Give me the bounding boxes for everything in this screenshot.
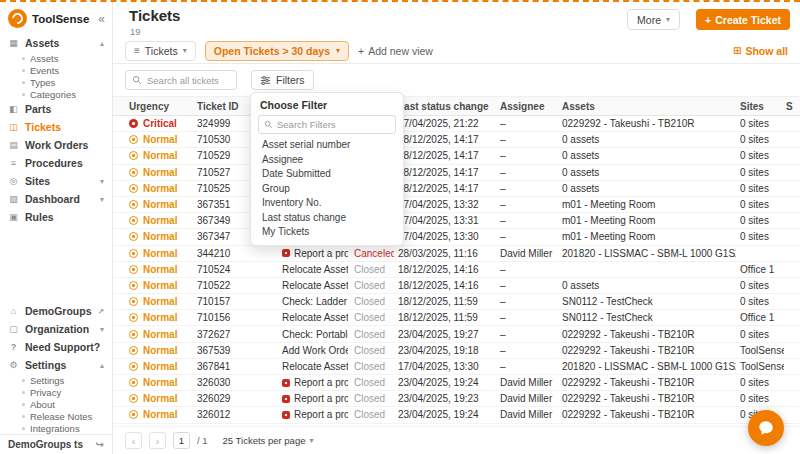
sidebar-subitem-events[interactable]: Events — [0, 64, 112, 76]
table-row[interactable]: Normal36734717/04/2025, 13:30–m01 - Meet… — [113, 229, 800, 245]
sidebar-item-sites[interactable]: ◎Sites▾ — [0, 172, 112, 190]
tickets-view-tab[interactable]: ≡ Tickets ▾ — [125, 41, 196, 61]
last-status-change: 23/04/2025, 19:24 — [394, 375, 490, 390]
sidebar-item-organization[interactable]: ▢Organization▾ — [0, 320, 112, 338]
show-all-button[interactable]: ⊞ Show all — [733, 45, 788, 57]
subitem-label: Types — [30, 77, 55, 88]
table-row[interactable]: Normal710156Relocate AssetClosed18/12/20… — [113, 310, 800, 326]
filter-option-asset-serial-number[interactable]: Asset serial number — [256, 138, 398, 153]
sidebar-item-procedures[interactable]: ≡Procedures — [0, 154, 112, 172]
filter-option-last-status-change[interactable]: Last status change — [256, 211, 398, 226]
table-row[interactable]: Normal367539Add Work OrderClosed23/04/20… — [113, 343, 800, 359]
extra-cell — [784, 343, 800, 358]
col-sites[interactable]: Sites — [736, 101, 784, 112]
col-last-status-change[interactable]: Last status change ↓ — [394, 101, 490, 112]
table-row[interactable]: Normal372627Check: Portable AppClosed23/… — [113, 326, 800, 342]
table-row[interactable]: Normal344210Report a problemCanceled28/0… — [113, 246, 800, 262]
table-row[interactable]: Normal71052518/12/2025, 14:17–0 assets0 … — [113, 181, 800, 197]
urgency-cell: Normal — [113, 213, 181, 228]
assets: 0229292 - Takeushi - TB210R — [556, 326, 736, 341]
current-page[interactable]: 1 — [173, 432, 190, 449]
filter-option-group[interactable]: Group — [256, 182, 398, 197]
ticket-title-cell: Relocate Asset — [266, 359, 348, 374]
search-input[interactable] — [147, 75, 230, 86]
last-status-change: 17/04/2025, 21:22 — [394, 116, 490, 131]
ticket-title-cell: Relocate Asset — [266, 310, 348, 325]
main-content: Tickets 19 More ▾ + Create Ticket ≡ Tick… — [113, 2, 800, 454]
sidebar-subitem-types[interactable]: Types — [0, 76, 112, 88]
table-row[interactable]: Normal71052918/12/2025, 14:17–0 assets0 … — [113, 148, 800, 164]
sidebar-subitem-categories[interactable]: Categories — [0, 88, 112, 100]
urgency-label: Normal — [143, 248, 177, 259]
plus-icon: + — [705, 14, 711, 26]
table-row[interactable]: Normal326030Report a problemClosed23/04/… — [113, 375, 800, 391]
col-extra[interactable]: S — [784, 101, 800, 112]
col-urgency[interactable]: Urgency — [113, 101, 181, 112]
normal-urgency-icon — [129, 362, 138, 371]
sidebar-subitem-about[interactable]: About — [0, 398, 112, 410]
sidebar-item-rules[interactable]: ▣Rules — [0, 208, 112, 226]
sidebar-item-dashboard[interactable]: ▧Dashboard▾ — [0, 190, 112, 208]
sidebar-subitem-integrations[interactable]: Integrations — [0, 422, 112, 434]
extra-cell — [784, 262, 800, 277]
table-row[interactable]: Normal326012Report a problemClosed23/04/… — [113, 407, 800, 423]
col-assignee[interactable]: Assignee — [490, 101, 556, 112]
sidebar-collapse-icon[interactable]: « — [98, 12, 105, 26]
per-page-select[interactable]: 25 Tickets per page ▾ — [223, 435, 314, 446]
table-row[interactable]: Normal71053018/12/2025, 14:17–0 assets0 … — [113, 132, 800, 148]
extra-cell — [784, 294, 800, 309]
filter-search-input[interactable] — [277, 119, 390, 130]
prev-page-button[interactable]: ‹ — [125, 432, 142, 449]
sidebar-item-need-support[interactable]: ?Need Support? — [0, 338, 112, 356]
urgency-cell: Normal — [113, 391, 181, 406]
urgency-label: Normal — [143, 183, 177, 194]
assets: 0229292 - Takeushi - TB210R — [556, 391, 736, 406]
sidebar-subitem-release-notes[interactable]: Release Notes — [0, 410, 112, 422]
subitem-label: Categories — [30, 89, 76, 100]
table-row[interactable]: Critical32499917/04/2025, 21:22–0229292 … — [113, 116, 800, 132]
table-row[interactable]: Normal71052718/12/2025, 14:17–0 assets0 … — [113, 165, 800, 181]
filter-option-inventory-no[interactable]: Inventory No. — [256, 196, 398, 211]
logout-icon[interactable]: ↪ — [96, 439, 104, 450]
sidebar-subitem-settings[interactable]: Settings — [0, 374, 112, 386]
last-status-change: 18/12/2025, 14:17 — [394, 165, 490, 180]
table-row[interactable]: Normal710522Relocate AssetClosed18/12/20… — [113, 278, 800, 294]
assets: 201820 - LISSMAC - SBM-L 1000 G1S2 — [556, 246, 736, 261]
chat-launcher-button[interactable] — [748, 410, 784, 446]
table-row[interactable]: Normal710157Check: Ladder CheckClosed18/… — [113, 294, 800, 310]
status: Closed — [348, 375, 394, 390]
sidebar-footer[interactable]: DemoGroups ts ↪ — [0, 434, 112, 454]
filters-button[interactable]: Filters — [251, 70, 314, 90]
sidebar-subitem-privacy[interactable]: Privacy — [0, 386, 112, 398]
table-row[interactable]: Normal326029Report a problemClosed23/04/… — [113, 391, 800, 407]
create-ticket-button[interactable]: + Create Ticket — [696, 9, 790, 30]
filter-option-assignee[interactable]: Assignee — [256, 153, 398, 168]
active-view-pill[interactable]: Open Tickets > 30 days ▾ — [205, 41, 349, 61]
assignee: – — [490, 294, 556, 309]
search-icon — [264, 120, 273, 129]
ticket-id: 367539 — [181, 343, 266, 358]
filter-option-my-tickets[interactable]: My Tickets — [256, 225, 398, 240]
col-assets[interactable]: Assets — [556, 101, 736, 112]
add-new-view-button[interactable]: + Add new view — [358, 45, 433, 57]
table-row[interactable]: Normal36734917/04/2025, 13:31–m01 - Meet… — [113, 213, 800, 229]
sidebar-item-assets[interactable]: ▦Assets▴ — [0, 34, 112, 52]
extra-cell — [784, 326, 800, 341]
table-row[interactable]: Normal367841Relocate AssetClosed17/04/20… — [113, 359, 800, 375]
filter-option-date-submitted[interactable]: Date Submitted — [256, 167, 398, 182]
next-page-button[interactable]: › — [149, 432, 166, 449]
table-row[interactable]: Normal710524Relocate AssetClosed18/12/20… — [113, 262, 800, 278]
urgency-label: Normal — [143, 231, 177, 242]
sidebar-item-parts[interactable]: ◧Parts — [0, 100, 112, 118]
more-button[interactable]: More ▾ — [627, 9, 680, 30]
extra-cell — [784, 181, 800, 196]
sidebar-item-tickets[interactable]: ◫Tickets — [0, 118, 112, 136]
active-view-label: Open Tickets > 30 days — [214, 45, 330, 57]
sidebar-subitem-assets[interactable]: Assets — [0, 52, 112, 64]
bullet-icon — [22, 391, 25, 394]
ticket-title: Report a problem — [294, 377, 348, 388]
sidebar-item-demogroups[interactable]: ⌂DemoGroups↗ — [0, 302, 112, 320]
table-row[interactable]: Normal36735117/04/2025, 13:32–m01 - Meet… — [113, 197, 800, 213]
sidebar-item-work-orders[interactable]: ▤Work Orders — [0, 136, 112, 154]
sidebar-item-settings[interactable]: ⚙Settings▴ — [0, 356, 112, 374]
